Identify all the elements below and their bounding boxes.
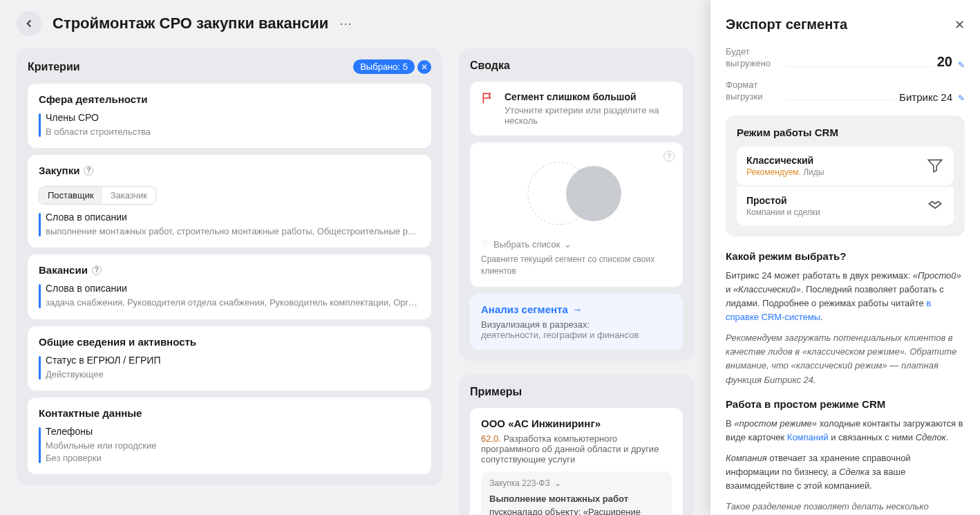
venn-hint: Сравните текущий сегмент со списком свои… [481,254,672,277]
segment-option-supplier[interactable]: Поставщик [39,187,102,204]
select-list-button[interactable]: ♡ Выбрать список ⌄ [481,239,672,250]
handshake-icon [926,197,944,215]
export-sidebar: Экспорт сегмента ✕ Будет выгружено 20 ✎ … [710,0,980,515]
edit-icon[interactable]: ✎ [958,93,965,103]
crm-panel-title: Режим работы CRM [737,127,954,138]
criteria-title: Критерии [28,61,80,73]
summary-panel: Сводка Сегмент слишком большой Уточните … [459,48,694,361]
criteria-card[interactable]: Вакансии ? Слова в описании задача снабж… [28,254,431,319]
analysis-card[interactable]: Анализ сегмента → Визуализация в разреза… [470,294,683,350]
crm-option-classic[interactable]: Классический Рекомендуем. Лиды [737,147,954,185]
criteria-card[interactable]: Контактные данные Телефоны Мобильные или… [28,397,431,474]
examples-panel: Примеры ООО «АС Инжиниринг» 62.0. Разраб… [459,375,694,515]
crm-option-simple[interactable]: Простой Компании и сделки [737,187,954,225]
criteria-panel: Критерии Выбрано: 5 ✕ Сфера деятельности… [17,48,442,485]
help-icon[interactable]: ? [663,151,675,162]
summary-title: Сводка [470,59,510,72]
criteria-card-title: Общие сведения и активность [39,336,420,348]
warning-title: Сегмент слишком большой [505,91,672,102]
more-button[interactable]: ⋯ [339,16,353,31]
criteria-item-desc: Мобильные или городские Без проверки [46,440,420,465]
export-count-label: Будет выгружено [726,46,781,70]
criteria-item-title: Телефоны [46,426,420,437]
heart-icon: ♡ [481,239,489,250]
criteria-item-desc: выполнение монтажных работ, строительно … [46,225,420,238]
example-purchase-body: Выполнение монтажных работ пусконаладо о… [489,492,663,515]
chevron-down-icon: ⌄ [564,239,572,250]
criteria-item-title: Члены СРО [46,112,420,123]
help-icon[interactable]: ? [84,166,93,176]
help-icon[interactable]: ? [92,265,102,275]
svg-point-1 [566,166,621,221]
criteria-card[interactable]: Общие сведения и активность Статус в ЕГР… [28,326,431,391]
chevron-down-icon[interactable]: ⌄ [554,478,561,488]
criteria-item-title: Статус в ЕГРЮЛ / ЕГРИП [46,355,420,366]
page-title: Строймонтаж СРО закупки вакансии [53,15,328,32]
criteria-item-title: Слова в описании [46,283,420,294]
close-button[interactable]: ✕ [954,17,965,32]
arrow-right-icon: → [572,303,583,315]
analysis-link[interactable]: Анализ сегмента → [481,303,672,315]
venn-card: ? ♡ Выбрать список ⌄ Сравните текущий се… [470,142,683,287]
example-purchase-block: Закупка 223-ФЗ ⌄ Выполнение монтажных ра… [481,471,672,515]
sidebar-title: Экспорт сегмента [726,17,847,32]
criteria-card-title: Закупки [39,165,79,176]
venn-diagram [481,152,672,239]
warning-card: Сегмент слишком большой Уточните критери… [470,82,683,135]
help-text: Какой режим выбрать? Битрикс 24 может ра… [726,250,965,515]
segment-option-customer[interactable]: Заказчик [102,187,156,204]
arrow-left-icon [23,17,35,30]
analysis-desc: Визуализация в разрезах: [481,319,672,330]
criteria-item-title: Слова в описании [46,212,420,223]
clear-selection-button[interactable]: ✕ [417,60,431,74]
analysis-desc: деятельности, географии и финансов [481,330,672,340]
criteria-card-title: Сфера деятельности [39,93,420,105]
criteria-item-desc: В области строительства [46,126,420,138]
example-activity: 62.0. Разработка компьютерного программн… [481,433,672,465]
examples-title: Примеры [470,386,522,398]
criteria-card[interactable]: Сфера деятельности Члены СРО В области с… [28,84,431,148]
export-format-value: Битрикс 24 [899,91,952,103]
criteria-card-title: Контактные данные [39,407,420,419]
edit-icon[interactable]: ✎ [958,60,965,70]
criteria-item-desc: Действующее [46,368,420,381]
buyer-supplier-toggle[interactable]: Поставщик Заказчик [39,186,156,205]
criteria-item-desc: задача снабжения, Руководителя отдела сн… [46,297,420,309]
export-count-value: 20 [937,54,952,70]
selected-count-badge[interactable]: Выбрано: 5 [353,59,415,74]
criteria-card-title: Вакансии [39,264,88,276]
funnel-icon [926,157,944,175]
example-company-name: ООО «АС Инжиниринг» [481,418,672,429]
crm-mode-panel: Режим работы CRM Классический Рекомендуе… [726,115,965,236]
export-format-label: Формат выгрузки [726,79,781,103]
criteria-card[interactable]: Закупки ? Поставщик Заказчик Слова в опи… [28,155,431,247]
example-card[interactable]: ООО «АС Инжиниринг» 62.0. Разработка ком… [470,408,683,515]
back-button[interactable] [17,11,41,36]
warning-desc: Уточните критерии или разделите на неско… [505,105,672,126]
companies-link[interactable]: Компаний [787,432,829,442]
flag-icon [481,91,495,105]
